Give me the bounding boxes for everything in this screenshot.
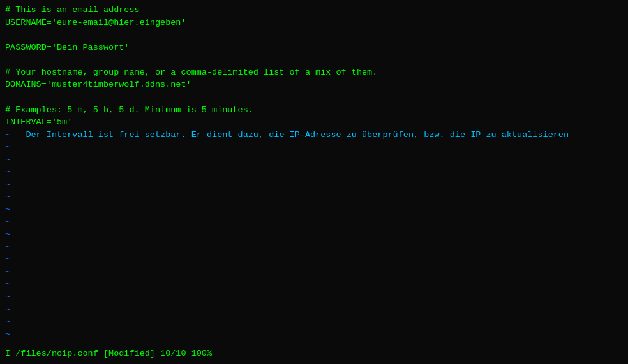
terminal-content: # This is an email addressUSERNAME='eure… — [5, 4, 623, 340]
tilde-char: ~ — [5, 229, 10, 239]
terminal-line: ~ — [5, 216, 623, 229]
terminal-line: ~ — [5, 178, 623, 191]
tilde-char: ~ — [5, 292, 10, 302]
tilde-char: ~ — [5, 180, 10, 189]
terminal-line — [5, 91, 623, 104]
terminal-line: # Your hostname, group name, or a comma-… — [5, 66, 623, 79]
terminal-line: # Examples: 5 m, 5 h, 5 d. Minimum is 5 … — [5, 104, 623, 117]
status-bar: I /files/noip.conf [Modified] 10/10 100% — [0, 347, 628, 360]
annotation-text: Der Intervall ist frei setzbar. Er dient… — [10, 130, 569, 140]
terminal-line: # This is an email address — [5, 4, 623, 17]
tilde-char: ~ — [5, 254, 10, 264]
terminal-line: ~ — [5, 241, 623, 254]
terminal-line: ~ — [5, 316, 623, 328]
terminal-line: ~ — [5, 154, 623, 166]
terminal-line: ~ — [5, 303, 623, 316]
terminal-line: ~ — [5, 166, 623, 178]
terminal-line: ~ — [5, 278, 623, 291]
terminal-line: ~ — [5, 191, 623, 203]
terminal-line: ~ — [5, 228, 623, 241]
terminal-line: ~ — [5, 328, 623, 341]
tilde-char: ~ — [5, 155, 10, 164]
terminal-line: INTERVAL='5m' — [5, 116, 623, 129]
terminal-line: ~ — [5, 291, 623, 303]
terminal-line — [5, 54, 623, 66]
tilde-char: ~ — [5, 317, 10, 326]
tilde-char: ~ — [5, 205, 10, 214]
terminal-line: DOMAINS='muster4timberwolf.ddns.net' — [5, 78, 623, 91]
terminal-line: ~ Der Intervall ist frei setzbar. Er die… — [5, 129, 623, 142]
tilde-char: ~ — [5, 192, 10, 201]
tilde-char: ~ — [5, 330, 10, 339]
tilde-char: ~ — [5, 130, 10, 140]
terminal-line: ~ — [5, 266, 623, 279]
tilde-char: ~ — [5, 305, 10, 314]
tilde-char: ~ — [5, 217, 10, 227]
tilde-char: ~ — [5, 142, 10, 152]
terminal-line: USERNAME='eure-email@hier.eingeben' — [5, 17, 623, 29]
terminal-line: ~ — [5, 253, 623, 266]
status-text: I /files/noip.conf [Modified] 10/10 100% — [5, 349, 212, 358]
tilde-char: ~ — [5, 279, 10, 289]
terminal-line: ~ — [5, 203, 623, 216]
terminal-line: ~ — [5, 141, 623, 154]
tilde-char: ~ — [5, 267, 10, 277]
tilde-char: ~ — [5, 242, 10, 252]
terminal-window: # This is an email addressUSERNAME='eure… — [0, 0, 628, 364]
tilde-char: ~ — [5, 167, 10, 177]
terminal-line: PASSWORD='Dein Passwort' — [5, 41, 623, 54]
terminal-line — [5, 29, 623, 41]
